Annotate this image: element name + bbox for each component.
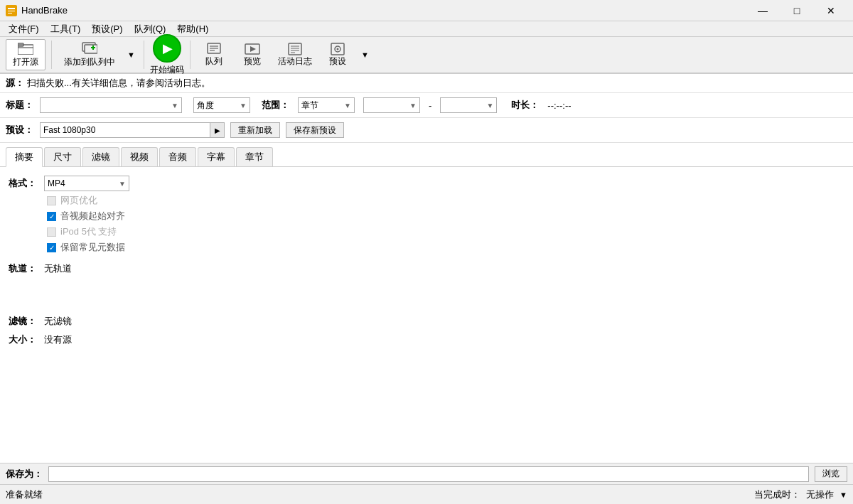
- svg-rect-17: [289, 43, 301, 55]
- preset-dropdown-arrow[interactable]: ▶: [210, 122, 225, 138]
- activity-log-label: 活动日志: [278, 55, 312, 68]
- browse-button[interactable]: 浏览: [815, 466, 847, 482]
- tab-dimensions[interactable]: 尺寸: [44, 147, 81, 166]
- checkbox-align-av-label: 音视频起始对齐: [60, 210, 125, 222]
- add-queue-icon: [82, 42, 97, 55]
- on-complete-label: 当完成时：: [754, 488, 800, 501]
- format-row: 格式： MP4 ▼ 网页优化 ✓ 音视频起始对齐: [9, 176, 844, 257]
- tab-audio[interactable]: 音频: [159, 147, 196, 166]
- start-encode-group: ▶ 开始编码: [150, 34, 184, 76]
- chapter-end-dropdown[interactable]: ▼: [440, 97, 497, 113]
- add-queue-label: 添加到队列中: [64, 56, 115, 68]
- source-label: 源：: [6, 77, 24, 90]
- range-arrow: ▼: [344, 102, 351, 109]
- svg-marker-16: [250, 46, 256, 52]
- preview-label: 预览: [244, 55, 261, 68]
- preset-dropdown[interactable]: Fast 1080p30: [40, 122, 210, 138]
- reload-button[interactable]: 重新加载: [230, 122, 280, 138]
- toolbar-separator-1: [51, 41, 52, 69]
- status-bar: 准备就绪 当完成时： 无操作 ▼: [0, 484, 853, 504]
- checkbox-row-2: ✓ 音视频起始对齐: [47, 210, 844, 222]
- window-controls: — □ ✕: [746, 0, 847, 21]
- tab-chapters[interactable]: 章节: [236, 147, 273, 166]
- svg-rect-1: [8, 8, 15, 9]
- start-encode-button[interactable]: ▶: [153, 34, 181, 63]
- menu-presets[interactable]: 预设(P): [86, 21, 128, 37]
- queue-button[interactable]: 队列: [196, 39, 232, 70]
- filters-row: 滤镜： 无滤镜: [9, 315, 844, 328]
- presets-dropdown[interactable]: ▼: [358, 39, 372, 70]
- preset-row: 预设： Fast 1080p30 ▶ 重新加载 保存新预设: [0, 118, 853, 143]
- tabs: 摘要 尺寸 滤镜 视频 音频 字幕 章节: [0, 143, 853, 167]
- checkbox-row-4: ✓ 保留常见元数据: [47, 241, 844, 254]
- preview-button[interactable]: 预览: [235, 39, 270, 70]
- source-line: 源： 扫描失败...有关详细信息，请参阅活动日志。: [0, 74, 853, 93]
- checkbox-web-optimize-label: 网页优化: [60, 194, 97, 207]
- format-content: MP4 ▼ 网页优化 ✓ 音视频起始对齐: [44, 176, 844, 257]
- menu-tools[interactable]: 工具(T): [45, 21, 87, 37]
- activity-log-button[interactable]: 活动日志: [273, 39, 317, 70]
- minimize-button[interactable]: —: [746, 0, 779, 21]
- presets-icon: [330, 43, 345, 55]
- save-as-label: 保存为：: [6, 468, 43, 481]
- presets-label: 预设: [329, 55, 346, 68]
- svg-point-24: [336, 48, 338, 50]
- tab-video[interactable]: 视频: [121, 147, 158, 166]
- save-as-input[interactable]: [48, 466, 809, 482]
- maximize-button[interactable]: □: [780, 0, 813, 21]
- on-complete-dropdown[interactable]: ▼: [839, 490, 847, 499]
- save-preset-button[interactable]: 保存新预设: [286, 122, 344, 138]
- chapter-start-dropdown[interactable]: ▼: [363, 97, 420, 113]
- tracks-row: 轨道： 无轨道: [9, 262, 844, 275]
- checkbox-web-optimize[interactable]: [47, 196, 56, 205]
- angle-dropdown[interactable]: 角度 ▼: [193, 97, 250, 113]
- range-dropdown[interactable]: 章节 ▼: [298, 97, 355, 113]
- preset-value: Fast 1080p30: [43, 125, 95, 135]
- duration-label: 时长：: [511, 99, 539, 112]
- angle-arrow: ▼: [240, 102, 247, 109]
- checkbox-row-3: iPod 5代 支持: [47, 225, 844, 238]
- filters-label: 滤镜：: [9, 315, 44, 328]
- size-value: 没有源: [44, 333, 72, 346]
- svg-rect-2: [8, 11, 15, 11]
- preset-combo-group: Fast 1080p30 ▶: [40, 122, 225, 138]
- presets-button[interactable]: 预设: [320, 39, 355, 70]
- add-to-queue-button[interactable]: 添加到队列中: [58, 39, 122, 70]
- menu-bar: 文件(F) 工具(T) 预设(P) 队列(Q) 帮助(H): [0, 21, 853, 37]
- summary-panel: 格式： MP4 ▼ 网页优化 ✓ 音视频起始对齐: [0, 167, 853, 360]
- checkbox-ipod-label: iPod 5代 支持: [60, 225, 117, 238]
- chapter-start-arrow: ▼: [409, 102, 417, 109]
- checkbox-ipod[interactable]: [47, 227, 56, 237]
- add-queue-dropdown[interactable]: ▼: [124, 39, 138, 70]
- checkbox-align-av[interactable]: ✓: [47, 212, 56, 221]
- queue-label: 队列: [205, 55, 222, 68]
- dash-separator: -: [429, 100, 431, 111]
- title-dropdown[interactable]: ▼: [40, 97, 182, 113]
- close-button[interactable]: ✕: [815, 0, 847, 21]
- queue-icon: [206, 43, 222, 55]
- angle-label: 角度: [197, 100, 214, 112]
- tab-summary[interactable]: 摘要: [6, 147, 43, 167]
- checkbox-metadata-label: 保留常见元数据: [60, 241, 125, 254]
- open-source-button[interactable]: 打开源: [6, 39, 45, 70]
- svg-rect-8: [85, 45, 97, 53]
- range-value: 章节: [301, 100, 318, 112]
- toolbar-separator-2: [144, 41, 144, 69]
- tracks-label: 轨道：: [9, 262, 44, 275]
- settings-row: 标题： ▼ 角度 ▼ 范围： 章节 ▼ ▼ - ▼ 时长： --:--:--: [0, 93, 853, 118]
- format-arrow: ▼: [119, 180, 126, 188]
- status-right: 当完成时： 无操作 ▼: [754, 488, 847, 501]
- tab-subtitles[interactable]: 字幕: [198, 147, 235, 166]
- tracks-value: 无轨道: [44, 262, 72, 275]
- source-text: 扫描失败...有关详细信息，请参阅活动日志。: [27, 77, 210, 90]
- menu-file[interactable]: 文件(F): [3, 21, 45, 37]
- save-as-row: 保存为： 浏览: [0, 463, 853, 484]
- size-label: 大小：: [9, 333, 44, 346]
- format-label: 格式：: [9, 176, 44, 190]
- tab-filters[interactable]: 滤镜: [82, 147, 119, 166]
- status-text: 准备就绪: [6, 488, 43, 501]
- checkbox-metadata[interactable]: ✓: [47, 243, 56, 252]
- format-dropdown[interactable]: MP4 ▼: [44, 176, 129, 191]
- title-bar: HandBrake — □ ✕: [0, 0, 853, 21]
- activity-log-icon: [287, 43, 303, 55]
